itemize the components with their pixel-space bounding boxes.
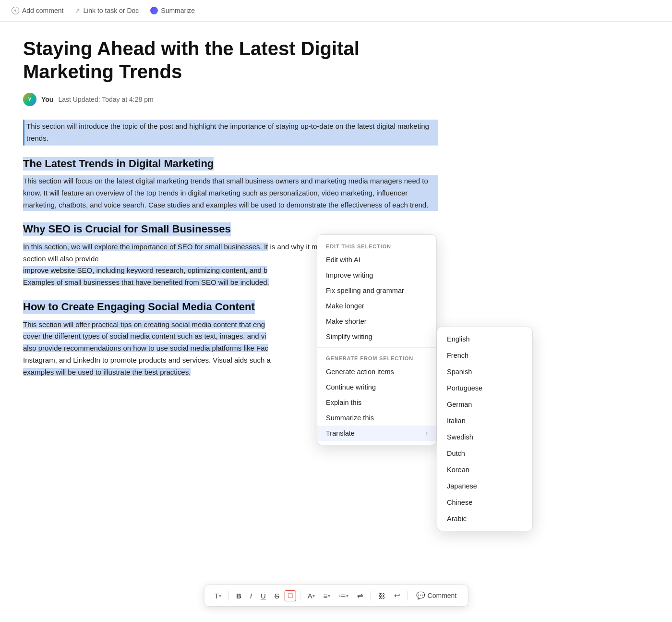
indent-button[interactable]: ⇌ <box>354 589 367 602</box>
comment-icon: + <box>12 7 19 14</box>
meta-updated: Last Updated: Today at 4:28 pm <box>58 96 153 103</box>
color-arrow: ▾ <box>312 593 315 598</box>
section-intro: This section will introduce the topic of… <box>23 120 438 146</box>
list-button[interactable]: ≔ ▾ <box>336 589 352 602</box>
lang-arabic[interactable]: Arabic <box>437 511 532 527</box>
lang-german[interactable]: German <box>437 396 532 413</box>
add-comment-button[interactable]: + Add comment <box>12 7 63 14</box>
link-task-button[interactable]: ↗ Link to task or Doc <box>75 7 139 14</box>
bold-button[interactable]: B <box>233 589 245 602</box>
menu-item-edit-ai[interactable]: Edit with AI <box>317 252 436 268</box>
section-intro-body: This section will introduce the topic of… <box>23 120 438 146</box>
lang-swedish[interactable]: Swedish <box>437 429 532 445</box>
section-seo-heading: Why SEO is Crucial for Small Businesses <box>23 222 231 236</box>
menu-item-fix-spelling[interactable]: Fix spelling and grammar <box>317 283 436 298</box>
meta-user: You <box>41 96 53 103</box>
avatar: Y <box>23 93 36 106</box>
align-button[interactable]: ≡ ▾ <box>320 589 334 602</box>
comment-icon-bubble: 💬 <box>416 591 425 600</box>
align-arrow: ▾ <box>328 593 330 598</box>
checkbox-button[interactable]: ☐ <box>285 590 296 601</box>
lang-korean[interactable]: Korean <box>437 462 532 478</box>
lang-chinese[interactable]: Chinese <box>437 494 532 511</box>
list-arrow: ▾ <box>346 593 348 598</box>
color-button[interactable]: A ▾ <box>304 589 318 602</box>
comment-label: Comment <box>428 592 457 599</box>
lang-spanish[interactable]: Spanish <box>437 364 532 380</box>
translate-submenu: English French Spanish Portuguese German… <box>437 327 533 531</box>
lang-french[interactable]: French <box>437 347 532 364</box>
menu-item-translate[interactable]: Translate › <box>317 426 436 441</box>
menu-item-explain[interactable]: Explain this <box>317 395 436 410</box>
lang-italian[interactable]: Italian <box>437 413 532 429</box>
doc-meta: Y You Last Updated: Today at 4:28 pm <box>23 93 438 106</box>
menu-item-simplify[interactable]: Simplify writing <box>317 329 436 344</box>
lang-dutch[interactable]: Dutch <box>437 445 532 462</box>
context-menu-generate-label: GENERATE FROM SELECTION <box>317 351 436 364</box>
separator-3 <box>371 591 371 600</box>
lang-japanese[interactable]: Japanese <box>437 478 532 494</box>
format-toolbar: T ▾ B I U S ☐ A ▾ ≡ ▾ ≔ ▾ ⇌ ⛓ ↩ 💬 Commen… <box>204 585 468 607</box>
link-button[interactable]: ⛓ <box>375 589 389 602</box>
text-style-button[interactable]: T ▾ <box>211 589 225 602</box>
underline-button[interactable]: U <box>257 589 269 602</box>
lang-portuguese[interactable]: Portuguese <box>437 380 532 396</box>
menu-item-improve-writing[interactable]: Improve writing <box>317 268 436 283</box>
italic-button[interactable]: I <box>247 589 255 602</box>
ai-icon <box>150 7 158 14</box>
section-latest-trends-heading: The Latest Trends in Digital Marketing <box>23 157 214 171</box>
section-latest-trends-body: This section will focus on the latest di… <box>23 175 438 211</box>
comment-button[interactable]: 💬 Comment <box>412 589 461 602</box>
section-social-heading: How to Create Engaging Social Media Cont… <box>23 300 255 314</box>
summarize-button[interactable]: Summarize <box>150 7 195 14</box>
separator-2 <box>300 591 300 600</box>
menu-item-make-shorter[interactable]: Make shorter <box>317 314 436 329</box>
separator-1 <box>228 591 229 600</box>
context-menu-divider <box>317 347 436 348</box>
menu-item-make-longer[interactable]: Make longer <box>317 298 436 314</box>
add-comment-label: Add comment <box>22 7 63 14</box>
summarize-label: Summarize <box>161 7 195 14</box>
menu-item-summarize[interactable]: Summarize this <box>317 410 436 426</box>
undo-button[interactable]: ↩ <box>391 589 404 602</box>
link-icon: ↗ <box>75 7 80 14</box>
link-task-label: Link to task or Doc <box>83 7 139 14</box>
text-style-arrow: ▾ <box>219 593 221 598</box>
doc-title: Staying Ahead with the Latest Digital Ma… <box>23 37 438 83</box>
context-menu: EDIT THIS SELECTION Edit with AI Improve… <box>317 234 437 445</box>
separator-4 <box>408 591 408 600</box>
section-seo-body-selected: In this section, we will explore the imp… <box>23 243 268 251</box>
menu-item-generate-action-items[interactable]: Generate action items <box>317 364 436 379</box>
chevron-right-icon: › <box>426 430 428 437</box>
top-toolbar: + Add comment ↗ Link to task or Doc Summ… <box>0 0 672 22</box>
strikethrough-button[interactable]: S <box>271 589 283 602</box>
section-latest-trends: The Latest Trends in Digital Marketing T… <box>23 157 438 211</box>
lang-english[interactable]: English <box>437 331 532 347</box>
menu-item-continue-writing[interactable]: Continue writing <box>317 379 436 395</box>
context-menu-edit-label: EDIT THIS SELECTION <box>317 239 436 252</box>
